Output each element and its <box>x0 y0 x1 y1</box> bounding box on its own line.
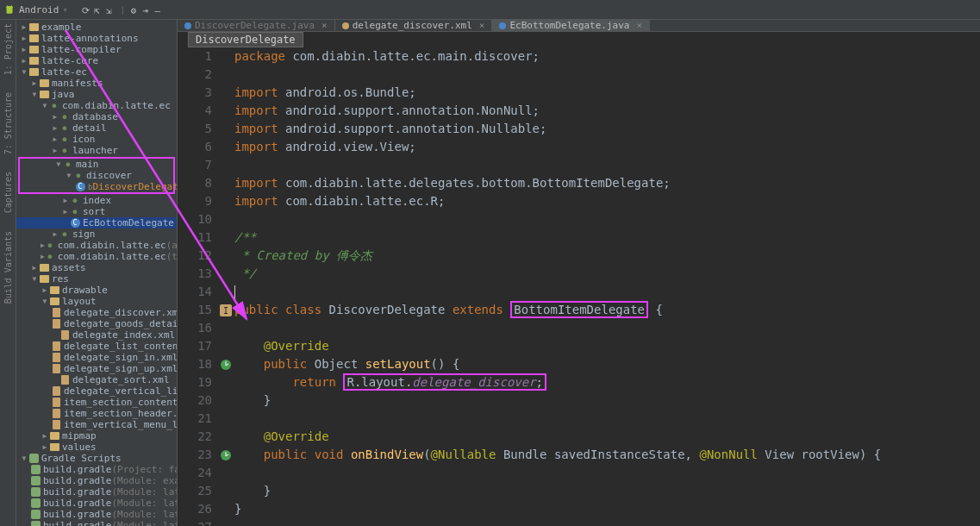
project-tree[interactable]: ▶example▶latte-annotations▶latte-compile… <box>16 20 177 526</box>
close-icon[interactable]: × <box>636 20 642 31</box>
code-line[interactable]: @Override <box>234 337 980 355</box>
tree-item[interactable]: build.gradle (Module: latte-core) <box>16 509 177 520</box>
tool-build-variants[interactable]: Build Variants <box>3 231 13 304</box>
tree-item[interactable]: ▼main <box>20 159 173 170</box>
code-line[interactable]: import com.diabin.latte.delegates.bottom… <box>234 174 980 192</box>
tree-item[interactable]: ▶index <box>16 195 177 206</box>
code-line[interactable]: package com.diabin.latte.ec.main.discove… <box>234 47 980 66</box>
tree-item[interactable]: EcBottomDelegate <box>16 217 177 229</box>
code-line[interactable]: @Override <box>234 428 980 446</box>
editor-tab[interactable]: DiscoverDelegate.java× <box>178 20 335 31</box>
tree-item[interactable]: ▶manifests <box>16 78 177 89</box>
gradle-icon <box>30 476 41 486</box>
tree-item[interactable]: ▶mipmap <box>16 430 177 441</box>
toolbar-icon[interactable]: ⚙ <box>131 5 140 14</box>
tree-item[interactable]: delegate_goods_detail.xml <box>16 318 177 329</box>
tree-item[interactable]: delegate_sign_in.xml <box>16 352 177 363</box>
tree-item[interactable]: build.gradle (Module: example) <box>16 475 177 486</box>
code-line[interactable]: return R.layout.delegate_discover; <box>234 373 980 391</box>
editor-tab[interactable]: EcBottomDelegate.java× <box>492 20 650 31</box>
code-line[interactable]: } <box>234 500 980 518</box>
tree-item[interactable]: ▶latte-compiler <box>16 44 177 55</box>
tree-item[interactable]: delegate_sign_up.xml <box>16 363 177 374</box>
tree-item[interactable]: ▶assets <box>16 262 177 273</box>
toolbar-icon[interactable]: ⇥ <box>143 5 152 14</box>
tree-item[interactable]: ▶com.diabin.latte.ec (androidTest) <box>16 240 177 251</box>
code-line[interactable] <box>234 319 980 337</box>
tree-item[interactable]: build.gradle (Module: latte-compiler) <box>16 498 177 509</box>
tree-item[interactable]: ▼res <box>16 273 177 285</box>
tree-item[interactable]: ▶detail <box>16 122 177 134</box>
tool-captures[interactable]: Captures <box>3 172 13 213</box>
tree-item[interactable]: ▶latte-core <box>16 55 177 66</box>
tree-item[interactable]: ▼Gradle Scripts <box>16 453 177 464</box>
code-line[interactable] <box>234 210 980 229</box>
code-line[interactable]: } <box>234 482 980 500</box>
tree-item[interactable]: ▶drawable <box>16 285 177 296</box>
code-line[interactable]: import android.view.View; <box>234 138 980 156</box>
code-line[interactable] <box>234 283 980 301</box>
tree-item[interactable]: ▼layout <box>16 296 177 307</box>
breadcrumb-item[interactable]: DiscoverDelegate <box>188 32 303 47</box>
tree-item[interactable]: build.gradle (Module: latte-annotations) <box>16 486 177 498</box>
tree-item[interactable]: item_section_content.xml <box>16 397 177 408</box>
impl-gutter-icon[interactable]: I <box>220 304 232 316</box>
tree-item[interactable]: ▶sign <box>16 229 177 240</box>
tree-item[interactable]: item_section_header.xml <box>16 408 177 419</box>
code-line[interactable] <box>234 156 980 174</box>
tree-item[interactable]: delegate_sort.xml <box>16 374 177 385</box>
tree-item[interactable]: ▼latte-ec <box>16 66 177 78</box>
tool-project[interactable]: 1: Project <box>3 23 13 75</box>
code-line[interactable]: import android.support.annotation.NonNul… <box>234 102 980 120</box>
tree-item[interactable]: ▶database <box>16 111 177 122</box>
code-line[interactable] <box>234 410 980 428</box>
code-line[interactable]: import android.support.annotation.Nullab… <box>234 120 980 138</box>
toolbar-icon[interactable]: ⇱ <box>94 5 103 14</box>
tree-item[interactable]: delegate_discover.xml <box>16 307 177 318</box>
code-line[interactable]: import android.os.Bundle; <box>234 84 980 102</box>
code-editor[interactable]: 1234567891011121314151617181920212223242… <box>178 47 980 526</box>
tree-item[interactable]: delegate_index.xml <box>16 329 177 341</box>
tree-item[interactable]: ▶com.diabin.latte.ec (test) <box>16 251 177 262</box>
tree-item-label: drawable <box>62 285 108 296</box>
tree-item[interactable]: ▶example <box>16 22 177 33</box>
tree-item[interactable]: ▶values <box>16 441 177 453</box>
tree-item[interactable]: ▶sort <box>16 206 177 217</box>
override-gutter-icon[interactable] <box>220 358 232 370</box>
view-mode[interactable]: Android <box>19 4 59 16</box>
tree-item[interactable]: delegate_list_content.xml <box>16 341 177 352</box>
tree-item[interactable]: delegate_vertical_list.xml <box>16 385 177 397</box>
tree-item[interactable]: b DiscoverDelegate <box>20 181 173 192</box>
toolbar-icon[interactable]: ⟳ <box>82 5 91 14</box>
tree-item[interactable]: build.gradle (Module: latte-ec) <box>16 520 177 526</box>
tree-item[interactable]: ▼com.diabin.latte.ec <box>16 100 177 111</box>
code-line[interactable]: /** <box>234 229 980 247</box>
close-icon[interactable]: × <box>479 20 485 31</box>
tree-item[interactable]: build.gradle (Project: fastEC) <box>16 464 177 475</box>
tree-item[interactable]: ▶latte-annotations <box>16 33 177 44</box>
tree-item[interactable]: ▶launcher <box>16 145 177 156</box>
code-line[interactable] <box>234 518 980 526</box>
code-content[interactable]: package com.diabin.latte.ec.main.discove… <box>234 47 980 526</box>
tree-item[interactable]: ▼discover <box>20 170 173 181</box>
override-gutter-icon[interactable] <box>220 448 232 460</box>
code-line[interactable]: import com.diabin.latte.ec.R; <box>234 192 980 210</box>
code-line[interactable]: public Object setLayout() { <box>234 355 980 373</box>
code-line[interactable]: * Created by 傅令杰 <box>234 247 980 265</box>
highlight-box: ▼main▼discoverb DiscoverDelegate <box>18 157 175 194</box>
code-line[interactable] <box>234 66 980 84</box>
editor-tab[interactable]: delegate_discover.xml× <box>335 20 493 31</box>
toolbar-icon[interactable]: — <box>155 5 164 14</box>
code-line[interactable] <box>234 464 980 482</box>
code-line[interactable]: } <box>234 391 980 410</box>
tool-structure[interactable]: 7: Structure <box>3 92 13 154</box>
code-line[interactable]: public class DiscoverDelegate extends Bo… <box>234 301 980 319</box>
code-line[interactable]: public void onBindView(@Nullable Bundle … <box>234 446 980 464</box>
tree-item[interactable]: item_vertical_menu_list.xml <box>16 419 177 430</box>
close-icon[interactable]: × <box>321 20 328 31</box>
toolbar-icon[interactable]: ⇲ <box>106 5 115 14</box>
tree-item-label: delegate_discover.xml <box>64 307 177 318</box>
code-line[interactable]: */ <box>234 265 980 283</box>
tree-item[interactable]: ▼java <box>16 89 177 100</box>
tree-item[interactable]: ▶icon <box>16 134 177 145</box>
